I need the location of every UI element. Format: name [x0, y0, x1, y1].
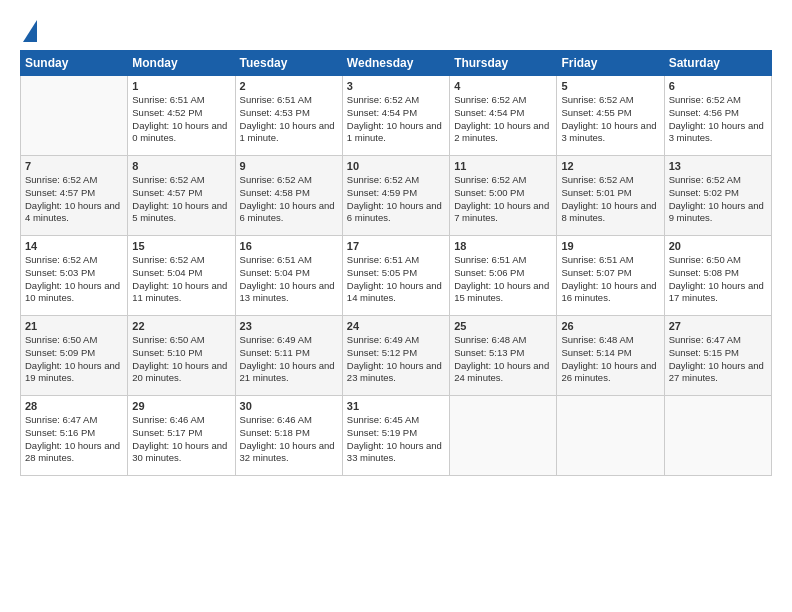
day-number: 5 — [561, 80, 659, 92]
column-header-friday: Friday — [557, 51, 664, 76]
day-info: Sunrise: 6:48 AMSunset: 5:13 PMDaylight:… — [454, 334, 552, 385]
day-number: 9 — [240, 160, 338, 172]
column-header-sunday: Sunday — [21, 51, 128, 76]
calendar-cell: 29Sunrise: 6:46 AMSunset: 5:17 PMDayligh… — [128, 396, 235, 476]
calendar-cell: 3Sunrise: 6:52 AMSunset: 4:54 PMDaylight… — [342, 76, 449, 156]
calendar-cell: 22Sunrise: 6:50 AMSunset: 5:10 PMDayligh… — [128, 316, 235, 396]
calendar-cell: 9Sunrise: 6:52 AMSunset: 4:58 PMDaylight… — [235, 156, 342, 236]
day-info: Sunrise: 6:49 AMSunset: 5:12 PMDaylight:… — [347, 334, 445, 385]
week-row-4: 28Sunrise: 6:47 AMSunset: 5:16 PMDayligh… — [21, 396, 772, 476]
column-header-saturday: Saturday — [664, 51, 771, 76]
day-info: Sunrise: 6:46 AMSunset: 5:17 PMDaylight:… — [132, 414, 230, 465]
calendar-cell: 8Sunrise: 6:52 AMSunset: 4:57 PMDaylight… — [128, 156, 235, 236]
header-row: SundayMondayTuesdayWednesdayThursdayFrid… — [21, 51, 772, 76]
calendar-cell — [664, 396, 771, 476]
column-header-tuesday: Tuesday — [235, 51, 342, 76]
day-info: Sunrise: 6:48 AMSunset: 5:14 PMDaylight:… — [561, 334, 659, 385]
day-info: Sunrise: 6:52 AMSunset: 5:01 PMDaylight:… — [561, 174, 659, 225]
day-number: 16 — [240, 240, 338, 252]
day-info: Sunrise: 6:47 AMSunset: 5:16 PMDaylight:… — [25, 414, 123, 465]
day-number: 14 — [25, 240, 123, 252]
day-info: Sunrise: 6:51 AMSunset: 4:53 PMDaylight:… — [240, 94, 338, 145]
day-info: Sunrise: 6:52 AMSunset: 5:00 PMDaylight:… — [454, 174, 552, 225]
calendar-cell: 18Sunrise: 6:51 AMSunset: 5:06 PMDayligh… — [450, 236, 557, 316]
calendar-cell: 13Sunrise: 6:52 AMSunset: 5:02 PMDayligh… — [664, 156, 771, 236]
day-number: 26 — [561, 320, 659, 332]
week-row-0: 1Sunrise: 6:51 AMSunset: 4:52 PMDaylight… — [21, 76, 772, 156]
day-info: Sunrise: 6:51 AMSunset: 5:05 PMDaylight:… — [347, 254, 445, 305]
day-info: Sunrise: 6:50 AMSunset: 5:09 PMDaylight:… — [25, 334, 123, 385]
calendar-cell: 28Sunrise: 6:47 AMSunset: 5:16 PMDayligh… — [21, 396, 128, 476]
day-number: 4 — [454, 80, 552, 92]
calendar-cell: 30Sunrise: 6:46 AMSunset: 5:18 PMDayligh… — [235, 396, 342, 476]
calendar-cell: 25Sunrise: 6:48 AMSunset: 5:13 PMDayligh… — [450, 316, 557, 396]
calendar-cell: 19Sunrise: 6:51 AMSunset: 5:07 PMDayligh… — [557, 236, 664, 316]
day-number: 19 — [561, 240, 659, 252]
day-number: 31 — [347, 400, 445, 412]
day-info: Sunrise: 6:49 AMSunset: 5:11 PMDaylight:… — [240, 334, 338, 385]
day-number: 29 — [132, 400, 230, 412]
calendar-cell: 20Sunrise: 6:50 AMSunset: 5:08 PMDayligh… — [664, 236, 771, 316]
calendar-cell — [450, 396, 557, 476]
day-info: Sunrise: 6:52 AMSunset: 4:57 PMDaylight:… — [25, 174, 123, 225]
day-number: 13 — [669, 160, 767, 172]
calendar-cell: 4Sunrise: 6:52 AMSunset: 4:54 PMDaylight… — [450, 76, 557, 156]
week-row-3: 21Sunrise: 6:50 AMSunset: 5:09 PMDayligh… — [21, 316, 772, 396]
day-info: Sunrise: 6:52 AMSunset: 4:59 PMDaylight:… — [347, 174, 445, 225]
column-header-wednesday: Wednesday — [342, 51, 449, 76]
calendar-cell: 12Sunrise: 6:52 AMSunset: 5:01 PMDayligh… — [557, 156, 664, 236]
day-number: 30 — [240, 400, 338, 412]
calendar-cell: 1Sunrise: 6:51 AMSunset: 4:52 PMDaylight… — [128, 76, 235, 156]
calendar-cell: 17Sunrise: 6:51 AMSunset: 5:05 PMDayligh… — [342, 236, 449, 316]
day-info: Sunrise: 6:52 AMSunset: 4:55 PMDaylight:… — [561, 94, 659, 145]
day-info: Sunrise: 6:51 AMSunset: 5:07 PMDaylight:… — [561, 254, 659, 305]
calendar-cell: 26Sunrise: 6:48 AMSunset: 5:14 PMDayligh… — [557, 316, 664, 396]
column-header-monday: Monday — [128, 51, 235, 76]
calendar-cell: 16Sunrise: 6:51 AMSunset: 5:04 PMDayligh… — [235, 236, 342, 316]
day-info: Sunrise: 6:52 AMSunset: 5:04 PMDaylight:… — [132, 254, 230, 305]
day-info: Sunrise: 6:51 AMSunset: 5:04 PMDaylight:… — [240, 254, 338, 305]
calendar-cell: 11Sunrise: 6:52 AMSunset: 5:00 PMDayligh… — [450, 156, 557, 236]
day-number: 10 — [347, 160, 445, 172]
day-number: 18 — [454, 240, 552, 252]
day-number: 20 — [669, 240, 767, 252]
day-number: 27 — [669, 320, 767, 332]
logo-triangle-icon — [23, 20, 37, 42]
day-info: Sunrise: 6:51 AMSunset: 5:06 PMDaylight:… — [454, 254, 552, 305]
column-header-thursday: Thursday — [450, 51, 557, 76]
day-info: Sunrise: 6:52 AMSunset: 5:03 PMDaylight:… — [25, 254, 123, 305]
calendar-cell: 27Sunrise: 6:47 AMSunset: 5:15 PMDayligh… — [664, 316, 771, 396]
day-number: 3 — [347, 80, 445, 92]
day-number: 8 — [132, 160, 230, 172]
day-number: 7 — [25, 160, 123, 172]
day-number: 1 — [132, 80, 230, 92]
logo — [20, 18, 37, 42]
day-info: Sunrise: 6:52 AMSunset: 4:58 PMDaylight:… — [240, 174, 338, 225]
week-row-2: 14Sunrise: 6:52 AMSunset: 5:03 PMDayligh… — [21, 236, 772, 316]
calendar-cell: 15Sunrise: 6:52 AMSunset: 5:04 PMDayligh… — [128, 236, 235, 316]
calendar-cell: 14Sunrise: 6:52 AMSunset: 5:03 PMDayligh… — [21, 236, 128, 316]
day-number: 28 — [25, 400, 123, 412]
day-number: 22 — [132, 320, 230, 332]
day-info: Sunrise: 6:52 AMSunset: 5:02 PMDaylight:… — [669, 174, 767, 225]
header — [20, 18, 772, 42]
calendar-cell: 10Sunrise: 6:52 AMSunset: 4:59 PMDayligh… — [342, 156, 449, 236]
calendar-cell: 21Sunrise: 6:50 AMSunset: 5:09 PMDayligh… — [21, 316, 128, 396]
calendar-cell: 5Sunrise: 6:52 AMSunset: 4:55 PMDaylight… — [557, 76, 664, 156]
day-number: 25 — [454, 320, 552, 332]
page: SundayMondayTuesdayWednesdayThursdayFrid… — [0, 0, 792, 612]
day-info: Sunrise: 6:52 AMSunset: 4:54 PMDaylight:… — [454, 94, 552, 145]
day-number: 23 — [240, 320, 338, 332]
day-number: 2 — [240, 80, 338, 92]
day-number: 6 — [669, 80, 767, 92]
day-number: 17 — [347, 240, 445, 252]
day-number: 24 — [347, 320, 445, 332]
calendar-cell: 2Sunrise: 6:51 AMSunset: 4:53 PMDaylight… — [235, 76, 342, 156]
day-info: Sunrise: 6:50 AMSunset: 5:08 PMDaylight:… — [669, 254, 767, 305]
calendar-cell — [21, 76, 128, 156]
day-number: 21 — [25, 320, 123, 332]
day-number: 15 — [132, 240, 230, 252]
calendar-cell: 23Sunrise: 6:49 AMSunset: 5:11 PMDayligh… — [235, 316, 342, 396]
day-info: Sunrise: 6:47 AMSunset: 5:15 PMDaylight:… — [669, 334, 767, 385]
calendar-cell: 24Sunrise: 6:49 AMSunset: 5:12 PMDayligh… — [342, 316, 449, 396]
